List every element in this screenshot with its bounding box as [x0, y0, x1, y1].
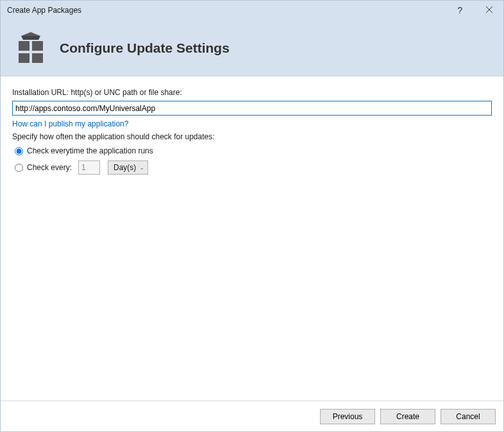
create-button[interactable]: Create: [380, 409, 435, 424]
titlebar: Create App Packages ?: [1, 1, 503, 20]
publish-help-link[interactable]: How can I publish my application?: [12, 119, 128, 128]
svg-rect-7: [19, 53, 29, 63]
url-label: Installation URL: http(s) or UNC path or…: [12, 88, 492, 97]
radio-row-every: Check every: Day(s) ⌄: [12, 160, 492, 175]
help-button[interactable]: ?: [446, 1, 475, 20]
svg-marker-3: [21, 36, 31, 40]
package-icon: [15, 31, 47, 65]
svg-rect-6: [32, 41, 43, 51]
close-button[interactable]: [475, 1, 503, 20]
installation-url-input[interactable]: [12, 101, 492, 116]
svg-marker-4: [31, 36, 40, 40]
chevron-down-icon: ⌄: [140, 165, 144, 171]
specify-label: Specify how often the application should…: [12, 132, 492, 141]
radio-every-label: Check every:: [27, 163, 72, 172]
interval-input[interactable]: [78, 160, 100, 175]
svg-rect-5: [19, 41, 29, 51]
radio-every[interactable]: [15, 164, 23, 172]
cancel-button[interactable]: Cancel: [441, 409, 496, 424]
window-title: Create App Packages: [7, 6, 81, 15]
header-banner: Configure Update Settings: [1, 20, 503, 76]
footer: Previous Create Cancel: [1, 401, 503, 431]
previous-button[interactable]: Previous: [320, 409, 375, 424]
radio-everytime[interactable]: [15, 147, 23, 155]
svg-marker-2: [21, 32, 40, 36]
interval-unit-label: Day(s): [113, 163, 136, 172]
svg-rect-8: [32, 53, 43, 63]
radio-row-everytime: Check everytime the application runs: [12, 146, 492, 155]
content-area: Installation URL: http(s) or UNC path or…: [1, 76, 503, 175]
interval-unit-dropdown[interactable]: Day(s) ⌄: [108, 160, 148, 175]
close-icon: [486, 6, 492, 15]
page-heading: Configure Update Settings: [60, 40, 230, 56]
radio-everytime-label: Check everytime the application runs: [27, 146, 153, 155]
